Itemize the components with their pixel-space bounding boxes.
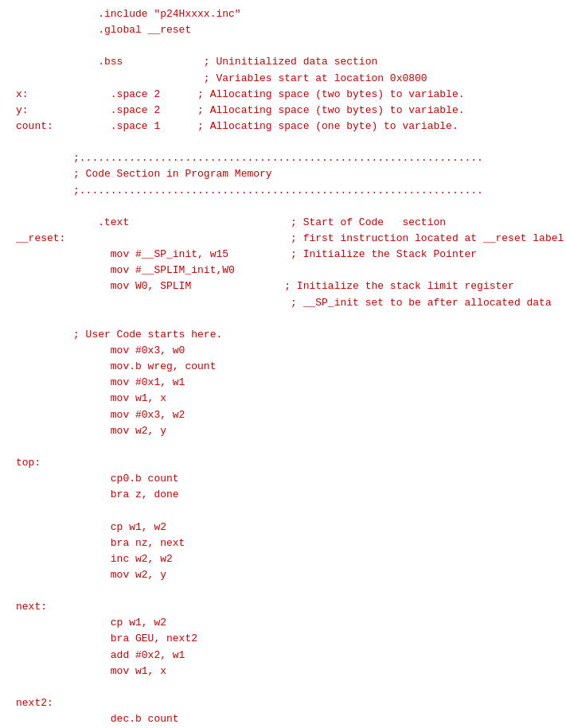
code-line: .text ; Start of Code section xyxy=(16,215,550,231)
line-label xyxy=(16,215,73,231)
line-label: next2: xyxy=(16,695,73,711)
line-label xyxy=(16,311,73,327)
code-line: ; User Code starts here. xyxy=(16,327,550,343)
code-section-page1: .include "p24Hxxxx.inc" .global __reset … xyxy=(0,0,566,727)
code-line: count: .space 1 ; Allocating space (one … xyxy=(16,119,550,134)
line-label xyxy=(16,6,73,22)
line-code: mov #0x3, w2 xyxy=(73,407,550,423)
line-code: ; first instruction located at __reset l… xyxy=(73,231,564,247)
line-label xyxy=(16,631,73,647)
line-label xyxy=(16,375,73,391)
code-line: .include "p24Hxxxx.inc" xyxy=(16,6,550,22)
line-code: mov #__SPLIM_init,W0 xyxy=(73,263,550,278)
line-code: bra GEU, next2 xyxy=(73,631,550,647)
line-code: bra nz, next xyxy=(73,535,550,551)
line-code: mov #__SP_init, w15 ; Initialize the Sta… xyxy=(73,247,550,263)
code-line: mov w1, x xyxy=(16,391,550,407)
line-label xyxy=(16,278,73,294)
line-code: inc w2, w2 xyxy=(73,551,550,567)
line-code: ;.......................................… xyxy=(73,183,550,199)
code-line: __reset: ; first instruction located at … xyxy=(16,231,550,247)
line-label xyxy=(16,327,73,343)
line-label: y: xyxy=(16,103,73,119)
line-code xyxy=(73,311,550,327)
code-line: x: .space 2 ; Allocating space (two byte… xyxy=(16,87,550,103)
code-line xyxy=(16,439,550,455)
line-label: count: xyxy=(16,119,73,134)
line-label: next: xyxy=(16,599,73,615)
code-line: ;.......................................… xyxy=(16,183,550,199)
code-line: ;.......................................… xyxy=(16,150,550,166)
code-line xyxy=(16,583,550,599)
line-code xyxy=(73,599,550,615)
code-line xyxy=(16,134,550,150)
line-code: .text ; Start of Code section xyxy=(73,215,550,231)
line-label xyxy=(16,679,73,695)
line-code: mov w2, y xyxy=(73,423,550,439)
code-line: inc w2, w2 xyxy=(16,551,550,567)
line-code: mov #0x1, w1 xyxy=(73,375,550,391)
line-label xyxy=(16,583,73,599)
line-code: ; User Code starts here. xyxy=(73,327,550,343)
line-label xyxy=(16,391,73,407)
code-line: bra nz, next xyxy=(16,535,550,551)
line-code: .include "p24Hxxxx.inc" xyxy=(73,6,550,22)
line-code: add #0x2, w1 xyxy=(73,648,550,664)
line-label xyxy=(16,503,73,519)
code-line: top: xyxy=(16,455,550,471)
line-label xyxy=(16,22,73,38)
line-label xyxy=(16,648,73,664)
code-line xyxy=(16,503,550,519)
code-line: mov #0x3, w2 xyxy=(16,407,550,423)
line-code: ;.......................................… xyxy=(73,150,550,166)
code-line: ; __SP_init set to be after allocated da… xyxy=(16,295,550,311)
code-line: y: .space 2 ; Allocating space (two byte… xyxy=(16,103,550,119)
code-line: dec.b count xyxy=(16,711,550,727)
code-line: ; Variables start at location 0x0800 xyxy=(16,71,550,87)
code-line xyxy=(16,38,550,54)
code-line: ; Code Section in Program Memory xyxy=(16,166,550,182)
line-label xyxy=(16,343,73,359)
code-line: mov #0x3, w0 xyxy=(16,343,550,359)
line-label xyxy=(16,359,73,375)
line-code: bra z, done xyxy=(73,487,550,503)
code-line: .global __reset xyxy=(16,22,550,38)
code-line: mov #__SP_init, w15 ; Initialize the Sta… xyxy=(16,247,550,263)
line-code: cp w1, w2 xyxy=(73,615,550,631)
line-code xyxy=(73,503,550,519)
line-label xyxy=(16,166,73,182)
code-line: cp0.b count xyxy=(16,471,550,487)
code-line: mov #0x1, w1 xyxy=(16,375,550,391)
line-label xyxy=(16,615,73,631)
line-label xyxy=(16,71,73,87)
line-code xyxy=(73,679,550,695)
line-label xyxy=(16,551,73,567)
line-code: ; Variables start at location 0x0800 xyxy=(73,71,550,87)
code-line: cp w1, w2 xyxy=(16,615,550,631)
line-code: .global __reset xyxy=(73,22,550,38)
line-code: .space 1 ; Allocating space (one byte) t… xyxy=(73,119,550,134)
line-code: .bss ; Uninitialized data section xyxy=(73,54,550,70)
code-line xyxy=(16,199,550,215)
line-label xyxy=(16,183,73,199)
line-code xyxy=(73,134,550,150)
line-label xyxy=(16,150,73,166)
line-code xyxy=(73,583,550,599)
line-label xyxy=(16,54,73,70)
line-code: ; __SP_init set to be after allocated da… xyxy=(73,295,552,311)
line-label xyxy=(16,134,73,150)
line-code: cp0.b count xyxy=(73,471,550,487)
line-code xyxy=(73,455,550,471)
line-label xyxy=(16,38,73,54)
line-code xyxy=(73,439,550,455)
code-line: add #0x2, w1 xyxy=(16,648,550,664)
line-label xyxy=(16,263,73,278)
code-line: mov w2, y xyxy=(16,567,550,583)
code-line: mov w1, x xyxy=(16,664,550,679)
code-line: bra z, done xyxy=(16,487,550,503)
line-label xyxy=(16,247,73,263)
line-label: top: xyxy=(16,455,73,471)
line-label xyxy=(16,439,73,455)
code-line: mov w2, y xyxy=(16,423,550,439)
code-line: mov #__SPLIM_init,W0 xyxy=(16,263,550,278)
